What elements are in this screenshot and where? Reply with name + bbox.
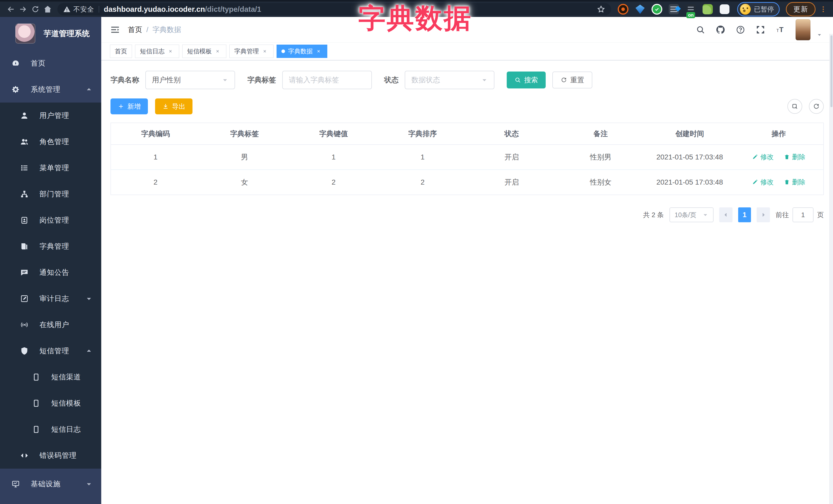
extension-tags-icon[interactable] (668, 4, 679, 15)
tab-label: 短信日志 (140, 47, 165, 55)
security-label[interactable]: 不安全 (73, 5, 94, 14)
tab-sms-template[interactable]: 短信模板 (182, 45, 226, 58)
search-icon[interactable] (696, 25, 705, 34)
font-size-icon[interactable]: TT (776, 25, 785, 34)
address-bar[interactable]: 不安全 dashboard.yudao.iocoder.cn /dict/typ… (57, 3, 611, 16)
extension-on-icon[interactable]: on (685, 4, 696, 15)
prev-page-button[interactable] (719, 208, 733, 222)
refresh-table-button[interactable] (809, 99, 824, 114)
close-icon[interactable] (315, 47, 323, 55)
extension-leaf-icon[interactable] (702, 4, 713, 15)
tab-home[interactable]: 首页 (110, 45, 132, 58)
home-icon[interactable] (42, 3, 54, 16)
goto-page-input[interactable] (792, 208, 813, 222)
sidebar-item-home[interactable]: 首页 (0, 50, 101, 76)
sidebar-item-departments[interactable]: 部门管理 (0, 181, 101, 207)
breadcrumb-home[interactable]: 首页 (128, 25, 142, 34)
sidebar-item-error-code[interactable]: 错误码管理 (0, 442, 101, 469)
sidebar-item-infrastructure[interactable]: 基础设施 (0, 469, 101, 499)
sidebar-item-menus[interactable]: 菜单管理 (0, 155, 101, 181)
badge-icon (20, 216, 29, 224)
sidebar-logo[interactable]: 芋道管理系统 (0, 17, 101, 50)
dashboard-icon (11, 59, 20, 68)
search-button[interactable]: 搜索 (507, 72, 546, 89)
extension-gem-icon[interactable] (635, 4, 645, 15)
extension-puzzle-icon[interactable] (719, 4, 730, 15)
sidebar-item-dict[interactable]: 字典管理 (0, 233, 101, 259)
forward-icon[interactable] (17, 3, 29, 16)
user-avatar[interactable] (795, 19, 810, 40)
status-select[interactable]: 数据状态 (405, 71, 494, 89)
back-icon[interactable] (5, 3, 17, 16)
add-button-label: 新增 (127, 102, 141, 111)
sidebar-item-sms[interactable]: 短信管理 (0, 338, 101, 364)
scrollbar[interactable] (829, 34, 833, 504)
chevron-up-icon (85, 86, 93, 93)
reset-button-label: 重置 (570, 75, 584, 85)
edit-link[interactable]: 修改 (752, 178, 774, 187)
table-row[interactable]: 2 女 2 2 开启 性别女 2021-01-05 17:03:48 修改 (111, 170, 823, 195)
dict-label-input[interactable] (282, 71, 372, 89)
help-icon[interactable] (736, 25, 745, 34)
export-button[interactable]: 导出 (155, 98, 192, 114)
top-navbar: 首页 / 字典数据 TT (101, 17, 833, 43)
total-count: 共 2 条 (643, 211, 664, 219)
export-button-label: 导出 (172, 102, 185, 111)
edit-link[interactable]: 修改 (752, 152, 774, 162)
phone-icon (32, 399, 41, 408)
table-row[interactable]: 1 男 1 1 开启 性别男 2021-01-05 17:03:48 修改 (111, 145, 823, 170)
sidebar-item-audit-log[interactable]: 审计日志 (0, 286, 101, 312)
extension-orange-icon[interactable] (618, 4, 628, 15)
close-icon[interactable] (261, 47, 269, 55)
sidebar-item-online-users[interactable]: 在线用户 (0, 312, 101, 338)
delete-link[interactable]: 删除 (784, 178, 805, 187)
status-label: 状态 (384, 75, 399, 85)
sidebar-item-sms-log[interactable]: 短信日志 (0, 416, 101, 442)
delete-label: 删除 (792, 178, 805, 187)
dict-name-value: 用户性别 (152, 75, 222, 85)
sidebar-item-roles[interactable]: 角色管理 (0, 129, 101, 155)
cell-value: 1 (289, 145, 378, 170)
dict-book-icon (20, 242, 29, 251)
sidebar-item-notice[interactable]: 通知公告 (0, 259, 101, 286)
dict-name-select[interactable]: 用户性别 (145, 71, 235, 89)
tab-sms-log[interactable]: 短信日志 (135, 45, 179, 58)
fullscreen-icon[interactable] (756, 25, 765, 34)
sidebar-item-sms-channel[interactable]: 短信渠道 (0, 364, 101, 390)
current-page-button[interactable]: 1 (738, 208, 751, 222)
reset-button[interactable]: 重置 (552, 72, 592, 89)
filter-form: 字典名称 用户性别 字典标签 状态 数据状态 (111, 71, 824, 89)
sidebar-item-users[interactable]: 用户管理 (0, 102, 101, 129)
scrollbar-thumb[interactable] (830, 35, 832, 107)
tab-dict-manage[interactable]: 字典管理 (230, 45, 273, 58)
browser-profile-chip[interactable]: 已暂停 (737, 2, 780, 17)
col-header: 字典标签 (200, 123, 289, 145)
sidebar-item-sms-template[interactable]: 短信模板 (0, 390, 101, 416)
toggle-search-button[interactable] (787, 99, 802, 114)
hamburger-icon[interactable] (110, 25, 120, 35)
delete-link[interactable]: 删除 (784, 152, 805, 162)
sidebar-item-label: 系统管理 (31, 85, 61, 94)
cell-remark: 性别女 (556, 170, 645, 195)
bookmark-star-icon[interactable] (597, 5, 605, 14)
pencil-icon (752, 154, 758, 160)
reload-icon[interactable] (29, 3, 42, 16)
on-badge: on (686, 12, 695, 18)
close-icon[interactable] (167, 47, 174, 55)
browser-update-button[interactable]: 更新 (786, 2, 815, 17)
sidebar-item-posts[interactable]: 岗位管理 (0, 207, 101, 233)
col-header: 备注 (556, 123, 645, 145)
avatar-caret-down-icon[interactable] (816, 31, 823, 38)
sidebar-item-system[interactable]: 系统管理 (0, 76, 101, 102)
phone-icon (32, 425, 41, 434)
add-button[interactable]: 新增 (111, 98, 148, 114)
page-size-select[interactable]: 10条/页 (669, 208, 714, 222)
announcement-icon (20, 268, 29, 277)
download-icon (162, 103, 169, 110)
github-icon[interactable] (716, 25, 725, 34)
browser-menu-kebab-icon[interactable] (818, 3, 828, 16)
close-icon[interactable] (214, 47, 221, 55)
tab-dict-data[interactable]: 字典数据 (277, 45, 327, 58)
extension-check-icon[interactable] (651, 4, 662, 15)
next-page-button[interactable] (757, 208, 770, 222)
